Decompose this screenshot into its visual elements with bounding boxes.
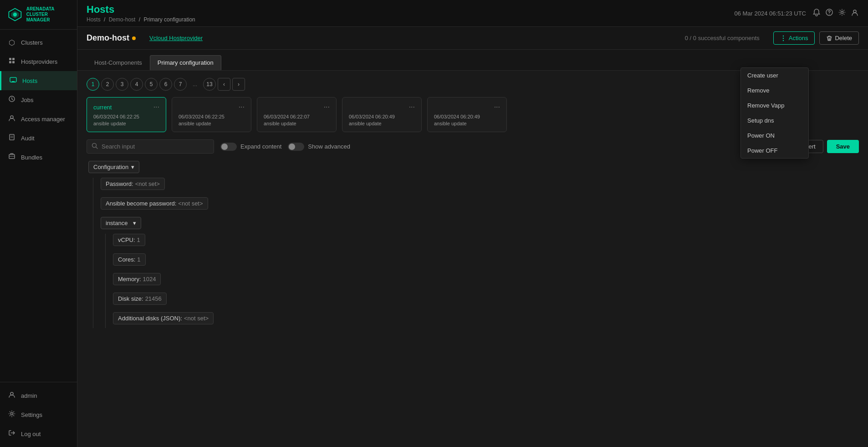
page-btn-2[interactable]: 2 — [101, 78, 114, 91]
config-card-3[interactable]: ··· 06/03/2024 06:20:49 ansible update — [342, 97, 422, 132]
memory-field[interactable]: Memory: 1024 — [113, 273, 161, 285]
config-tree: Configuration ▾ Password: <not set> Ansi… — [87, 161, 859, 328]
svg-point-21 — [841, 11, 843, 14]
instance-dropdown[interactable]: instance ▾ — [101, 217, 141, 229]
config-card-menu-4[interactable]: ··· — [494, 103, 500, 111]
expand-toggle[interactable] — [220, 143, 237, 151]
page-btn-1[interactable]: 1 — [87, 78, 99, 91]
config-card-menu-1[interactable]: ··· — [239, 103, 245, 111]
sidebar-label-hostproviders: Hostproviders — [21, 58, 57, 65]
advanced-toggle[interactable] — [288, 143, 304, 151]
config-card-name-0: current — [93, 104, 112, 111]
clusters-icon: ⬡ — [7, 38, 16, 47]
config-card-date-3: 06/03/2024 06:20:49 — [349, 114, 415, 119]
sidebar-item-bundles[interactable]: Bundles — [0, 148, 77, 167]
config-card-date-2: 06/03/2024 06:22:07 — [264, 114, 330, 119]
config-item-password-field[interactable]: Password: <not set> — [101, 178, 165, 190]
sidebar-item-admin[interactable]: admin — [0, 386, 77, 405]
config-card-menu-0[interactable]: ··· — [153, 103, 159, 111]
page-btn-13[interactable]: 13 — [203, 78, 216, 91]
hosts-icon — [9, 76, 18, 85]
sidebar-item-logout[interactable]: Log out — [0, 424, 77, 443]
breadcrumb: Hosts / Demo-host / Primary configuratio… — [87, 16, 195, 23]
sidebar-item-hosts[interactable]: Hosts — [0, 71, 77, 90]
config-card-action-0: ansible update — [93, 121, 159, 126]
svg-line-27 — [96, 147, 98, 149]
save-button[interactable]: Save — [827, 140, 859, 153]
page-next[interactable]: › — [232, 78, 245, 91]
settings-top-icon[interactable] — [838, 8, 846, 18]
svg-point-22 — [853, 10, 856, 13]
config-item-ansible-password: Ansible become password: <not set> — [101, 197, 859, 213]
cores-item: Cores: 1 — [113, 253, 859, 269]
sidebar-logo: ARENADATA CLUSTER MANAGER — [0, 0, 77, 30]
host-components-count: 0 / 0 successful components — [685, 35, 760, 41]
advanced-label: Show advanced — [308, 143, 350, 150]
menu-item-setup-dns[interactable]: Setup dns — [741, 113, 808, 128]
expand-label: Expand content — [240, 143, 281, 150]
breadcrumb-hosts[interactable]: Hosts — [87, 16, 101, 23]
menu-item-remove-vapp[interactable]: Remove Vapp — [741, 98, 808, 113]
additional-disks-item: Additional disks (JSON): <not set> — [113, 312, 859, 328]
sidebar-item-jobs[interactable]: Jobs — [0, 90, 77, 109]
page-btn-7[interactable]: 7 — [174, 78, 187, 91]
breadcrumb-demo-host[interactable]: Demo-host — [109, 16, 136, 23]
config-card-2[interactable]: ··· 06/03/2024 06:22:07 ansible update — [257, 97, 337, 132]
tab-primary-configuration[interactable]: Primary configuration — [150, 55, 221, 70]
menu-item-create-user[interactable]: Create user — [741, 68, 808, 83]
svg-rect-3 — [9, 58, 11, 60]
cores-field[interactable]: Cores: 1 — [113, 253, 146, 266]
page-btn-ellipsis: ... — [189, 78, 201, 91]
page-btn-5[interactable]: 5 — [145, 78, 158, 91]
host-provider[interactable]: Vcloud Hostprovider — [149, 35, 203, 41]
svg-point-20 — [829, 14, 830, 15]
config-card-1[interactable]: ··· 06/03/2024 06:22:25 ansible update — [172, 97, 251, 132]
vcpu-item: vCPU: 1 — [113, 234, 859, 250]
config-item-ansible-field[interactable]: Ansible become password: <not set> — [101, 197, 208, 210]
jobs-icon — [7, 95, 16, 104]
config-card-menu-2[interactable]: ··· — [324, 103, 330, 111]
vcpu-field[interactable]: vCPU: 1 — [113, 234, 145, 246]
disksize-field[interactable]: Disk size: 21456 — [113, 293, 167, 305]
menu-item-remove[interactable]: Remove — [741, 83, 808, 98]
help-icon[interactable] — [825, 8, 833, 18]
page-btn-3[interactable]: 3 — [116, 78, 128, 91]
instance-label: instance — [106, 220, 128, 226]
svg-point-2 — [13, 13, 17, 16]
sidebar-item-clusters[interactable]: ⬡ Clusters — [0, 33, 77, 52]
config-items-block: Password: <not set> Ansible become passw… — [93, 178, 859, 328]
svg-point-25 — [783, 40, 784, 41]
menu-item-power-off[interactable]: Power OFF — [741, 143, 808, 158]
config-card-menu-3[interactable]: ··· — [409, 103, 415, 111]
profile-top-icon[interactable] — [851, 8, 859, 18]
svg-point-18 — [11, 413, 13, 415]
menu-item-power-on[interactable]: Power ON — [741, 128, 808, 143]
tab-host-components[interactable]: Host-Components — [87, 55, 150, 70]
config-card-action-4: ansible update — [434, 121, 500, 126]
sidebar-nav: ⬡ Clusters Hostproviders Hosts Jobs Ac — [0, 30, 77, 382]
datetime: 06 Mar 2024 06:51:23 UTC — [734, 10, 806, 17]
page-btn-4[interactable]: 4 — [130, 78, 143, 91]
actions-button[interactable]: Actions — [773, 31, 815, 45]
config-card-action-1: ansible update — [179, 121, 245, 126]
search-input[interactable] — [102, 143, 209, 150]
actions-dropdown-menu: Create user Remove Remove Vapp Setup dns… — [740, 67, 809, 159]
config-card-4[interactable]: ··· 06/03/2024 06:20:49 ansible update — [427, 97, 507, 132]
expand-toggle-group: Expand content — [220, 143, 281, 151]
sidebar-item-access-manager[interactable]: Access manager — [0, 109, 77, 128]
instance-dropdown-arrow: ▾ — [133, 220, 136, 226]
notifications-icon[interactable] — [812, 8, 821, 18]
delete-button[interactable]: Delete — [819, 31, 859, 45]
svg-rect-6 — [12, 61, 15, 63]
page-prev[interactable]: ‹ — [218, 78, 230, 91]
sidebar-label-settings: Settings — [21, 411, 42, 418]
top-bar-icons — [812, 8, 859, 18]
config-card-0[interactable]: current ··· 06/03/2024 06:22:25 ansible … — [87, 97, 166, 132]
sidebar-item-settings[interactable]: Settings — [0, 405, 77, 424]
config-dropdown-arrow: ▾ — [131, 164, 134, 170]
additional-disks-field[interactable]: Additional disks (JSON): <not set> — [113, 312, 214, 324]
sidebar-item-audit[interactable]: Audit — [0, 128, 77, 148]
page-btn-6[interactable]: 6 — [159, 78, 172, 91]
sidebar-item-hostproviders[interactable]: Hostproviders — [0, 52, 77, 71]
config-dropdown[interactable]: Configuration ▾ — [88, 161, 139, 173]
